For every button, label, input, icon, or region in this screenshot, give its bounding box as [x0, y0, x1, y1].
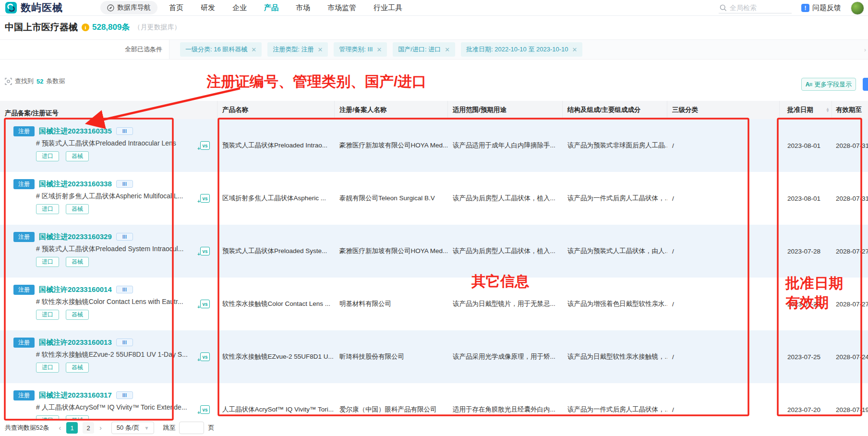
filter-chip-label: 批准日期: 2022-10-10 至 2023-10-10: [466, 45, 568, 54]
page-size-select[interactable]: 50 条/页 ▼: [111, 422, 155, 434]
compare-vs-icon[interactable]: vs: [200, 300, 210, 308]
tag-badge: 器械: [66, 151, 89, 161]
product-title: # 软性亲水接触镜Color Contact Lens with Eautr..…: [13, 298, 215, 306]
tag-badge: 进口: [36, 310, 59, 320]
page-number-button[interactable]: 1: [66, 422, 78, 434]
main-menu: 首页研发企业产品市场市场监管行业工具: [169, 3, 402, 12]
info-icon[interactable]: i: [82, 24, 89, 31]
database-nav-button[interactable]: 数据库导航: [100, 1, 157, 14]
nav-item[interactable]: 企业: [232, 3, 247, 12]
chevron-down-icon: ▼: [145, 425, 149, 431]
column-header: 结构及组成/主要组成成分: [563, 101, 667, 119]
nav-item[interactable]: 市场: [296, 3, 310, 12]
cell-approval-date: 2023-07-28: [780, 225, 832, 278]
tag-badge: 进口: [36, 415, 59, 420]
global-search-input[interactable]: [730, 4, 783, 12]
column-header[interactable]: 批准日期▲▼: [780, 101, 832, 119]
page-header: 中国上市医疗器械 i 528,809条 （月更数据库）: [0, 16, 868, 38]
cell-category: /: [667, 383, 780, 420]
page-number-button[interactable]: 2: [83, 422, 94, 434]
logo-text: 数屿医械: [21, 1, 63, 14]
cell-valid-until: 2028-07-31: [832, 119, 868, 172]
filter-chip[interactable]: 国产/进口: 进口✕: [393, 42, 455, 57]
column-header: 产品名称: [217, 101, 335, 119]
compare-vs-icon[interactable]: vs: [200, 352, 210, 361]
compare-vs-icon[interactable]: vs: [200, 247, 210, 255]
result-suffix: 条数据: [46, 77, 65, 85]
filter-chip[interactable]: 注册类型: 注册✕: [267, 42, 328, 57]
database-nav-label: 数据库导航: [117, 3, 151, 12]
cell-product-name: 人工晶状体AcrySof™ IQ Vivity™ Tori...: [217, 383, 335, 420]
cell-approval-date: 2023-07-28: [780, 278, 832, 330]
registration-type-badge: 注册: [13, 232, 35, 242]
tag-badge: 进口: [36, 257, 59, 267]
cert-number-link[interactable]: 国械注许20233160013: [39, 338, 112, 347]
logo-icon: [5, 1, 17, 14]
cell-structure: 该产品为预装式人工晶状体，由人...: [563, 225, 667, 278]
cell-product-name: 软性亲水接触镜Color Contact Lens ...: [217, 278, 335, 330]
chip-close-icon[interactable]: ✕: [572, 46, 578, 53]
feedback-button[interactable]: ! 问题反馈: [801, 3, 841, 12]
cell-approval-date: 2023-07-25: [780, 330, 832, 383]
tag-badges: 进口器械: [13, 415, 217, 420]
table-row[interactable]: 注册 国械注许20233160014 III # 软性亲水接触镜Color Co…: [0, 278, 868, 330]
tag-badge: 器械: [66, 310, 89, 320]
pagination-total: 共查询数据52条: [5, 424, 49, 432]
compare-vs-icon[interactable]: vs: [200, 141, 210, 150]
cert-number-link[interactable]: 国械注进20233160335: [39, 127, 112, 136]
filter-chip[interactable]: 批准日期: 2022-10-10 至 2023-10-10✕: [461, 42, 582, 57]
tag-badge: 器械: [66, 257, 89, 267]
chip-close-icon[interactable]: ✕: [251, 46, 256, 53]
cert-number-link[interactable]: 国械注进20233160338: [39, 180, 112, 189]
cell-structure: 该产品为一件式后房人工晶状体，...: [563, 172, 667, 225]
filter-label-panel: 全部已选条件: [0, 40, 169, 59]
table-row[interactable]: 注册 国械注进20233160338 III # 区域折射多焦人工晶状体Asph…: [0, 172, 868, 225]
nav-item[interactable]: 市场监管: [327, 3, 356, 12]
cell-registrant: 豪雅医疗新加坡有限公司HOYA Med...: [335, 119, 448, 172]
table-row[interactable]: 注册 国械注进20233160329 III # 预装式人工晶状体Preload…: [0, 225, 868, 278]
chips-overflow-chevron-icon[interactable]: ›: [864, 46, 866, 53]
prev-page-button[interactable]: ‹: [59, 424, 61, 432]
nav-item[interactable]: 产品: [264, 3, 278, 12]
tag-badges: 进口器械: [13, 363, 217, 373]
table-header: 产品备案/注册证号产品名称注册/备案人名称适用范围/预期用途结构及组成/主要组成…: [0, 101, 868, 119]
global-search[interactable]: [719, 2, 792, 13]
filter-chip[interactable]: 管理类别: III✕: [334, 42, 387, 57]
cert-number-link[interactable]: 国械注进20233160329: [39, 232, 112, 242]
table-row[interactable]: 注册 国械注进20233160317 III # 人工晶状体AcrySof™ I…: [0, 383, 868, 420]
result-count-text: 查找到 52 条数据: [5, 77, 65, 85]
filter-chips: 一级分类: 16 眼科器械✕注册类型: 注册✕管理类别: III✕国产/进口: …: [169, 40, 856, 59]
nav-item[interactable]: 行业工具: [374, 3, 402, 12]
cell-product-name: 区域折射多焦人工晶状体Aspheric ...: [217, 172, 335, 225]
column-header: 注册/备案人名称: [335, 101, 448, 119]
cell-scope: 适用于存在角膜散光且经囊外白内...: [448, 383, 563, 420]
table-row[interactable]: 注册 国械注进20233160335 III # 预装式人工晶状体Preload…: [0, 119, 868, 172]
app-logo[interactable]: 数屿医械: [5, 1, 63, 14]
chip-close-icon[interactable]: ✕: [376, 46, 382, 53]
more-fields-button[interactable]: A≡ 更多字段显示: [801, 78, 856, 91]
management-class-badge: III: [116, 286, 133, 293]
nav-item[interactable]: 首页: [169, 3, 183, 12]
cell-registrant: 昕琦科技股份有限公司: [335, 330, 448, 383]
next-page-button[interactable]: ›: [99, 424, 102, 432]
jump-suffix: 页: [208, 424, 214, 432]
compare-vs-icon[interactable]: vs: [200, 194, 210, 203]
export-button[interactable]: ⤓: [863, 78, 868, 91]
filter-chip[interactable]: 一级分类: 16 眼科器械✕: [180, 42, 262, 57]
sort-icon[interactable]: ▲▼: [826, 108, 830, 112]
cell-structure: 该产品为日戴型软性亲水接触镜，...: [563, 330, 667, 383]
table-row[interactable]: 注册 国械注许20233160013 III # 软性亲水接触镜EZvue-2 …: [0, 330, 868, 383]
cell-valid-until: 2028-07-31: [832, 172, 868, 225]
tag-badges: 进口器械: [13, 257, 217, 267]
compass-icon: [107, 4, 114, 12]
compare-vs-icon[interactable]: vs: [200, 405, 210, 414]
cert-number-link[interactable]: 国械注进20233160317: [39, 391, 112, 400]
user-avatar[interactable]: [851, 1, 864, 15]
jump-page-input[interactable]: [179, 422, 204, 434]
cell-scope: 该产品为后房型人工晶状体，植入...: [448, 225, 563, 278]
nav-item[interactable]: 研发: [201, 3, 215, 12]
chip-close-icon[interactable]: ✕: [317, 46, 323, 53]
chip-close-icon[interactable]: ✕: [445, 46, 450, 53]
page-subtitle: （月更数据库）: [133, 23, 181, 32]
cert-number-link[interactable]: 国械注许20233160014: [39, 285, 112, 294]
